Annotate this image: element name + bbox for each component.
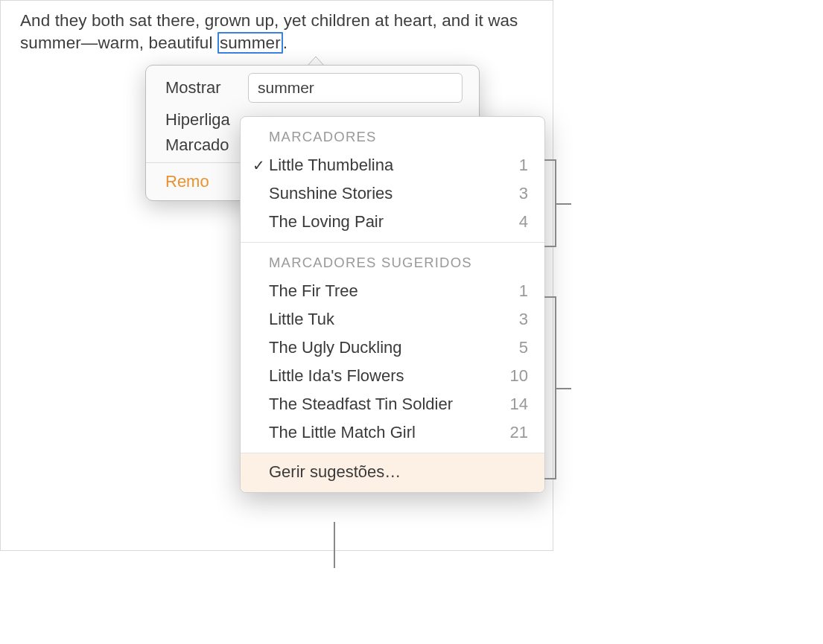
- dropdown-item[interactable]: Little Ida's Flowers 10: [241, 362, 544, 390]
- dropdown-item[interactable]: The Little Match Girl 21: [241, 418, 544, 447]
- annotation-leader: [334, 522, 335, 568]
- annotation-bracket: [555, 296, 556, 479]
- dropdown-item-label: The Loving Pair: [269, 212, 519, 232]
- dropdown-item-count: 1: [519, 281, 528, 301]
- section-header-suggested: MARCADORES SUGERIDOS: [241, 243, 544, 277]
- dropdown-item-count: 3: [519, 184, 528, 203]
- dropdown-item-label: The Steadfast Tin Soldier: [269, 395, 510, 414]
- dropdown-item-label: Little Thumbelina: [269, 156, 519, 175]
- checkmark-icon: ✓: [248, 156, 269, 174]
- show-label: Mostrar: [165, 78, 248, 98]
- dropdown-item[interactable]: Little Tuk 3: [241, 305, 544, 334]
- body-text: And they both sat there, grown up, yet c…: [20, 10, 533, 55]
- selected-word[interactable]: summer: [217, 32, 283, 54]
- dropdown-item-count: 14: [510, 395, 528, 414]
- dropdown-item-label: The Little Match Girl: [269, 423, 510, 442]
- dropdown-item-label: Little Ida's Flowers: [269, 366, 510, 386]
- text-after: .: [283, 34, 287, 52]
- bookmark-dropdown: MARCADORES ✓ Little Thumbelina 1 Sunshin…: [240, 116, 545, 493]
- dropdown-item[interactable]: Sunshine Stories 3: [241, 179, 544, 208]
- dropdown-item-count: 1: [519, 156, 528, 175]
- dropdown-item-label: The Ugly Duckling: [269, 338, 519, 357]
- show-row: Mostrar: [146, 66, 479, 107]
- show-input[interactable]: [248, 73, 463, 103]
- dropdown-item[interactable]: The Fir Tree 1: [241, 277, 544, 305]
- dropdown-item-count: 3: [519, 310, 528, 329]
- dropdown-item-count: 4: [519, 212, 528, 232]
- dropdown-item[interactable]: The Steadfast Tin Soldier 14: [241, 390, 544, 418]
- section-header-bookmarks: MARCADORES: [241, 117, 544, 151]
- annotation-bracket: [555, 159, 556, 247]
- dropdown-item-label: Sunshine Stories: [269, 184, 519, 203]
- remove-button[interactable]: Remo: [146, 163, 229, 200]
- annotation-tick: [555, 388, 571, 389]
- dropdown-item-label: The Fir Tree: [269, 281, 519, 301]
- dropdown-item-count: 5: [519, 338, 528, 357]
- dropdown-item-count: 10: [510, 366, 528, 386]
- dropdown-item-label: Little Tuk: [269, 310, 519, 329]
- manage-suggestions-button[interactable]: Gerir sugestões…: [241, 453, 544, 492]
- dropdown-item[interactable]: ✓ Little Thumbelina 1: [241, 151, 544, 179]
- dropdown-item[interactable]: The Loving Pair 4: [241, 208, 544, 236]
- dropdown-item-count: 21: [510, 423, 528, 442]
- annotation-tick: [555, 203, 571, 205]
- dropdown-item[interactable]: The Ugly Duckling 5: [241, 334, 544, 362]
